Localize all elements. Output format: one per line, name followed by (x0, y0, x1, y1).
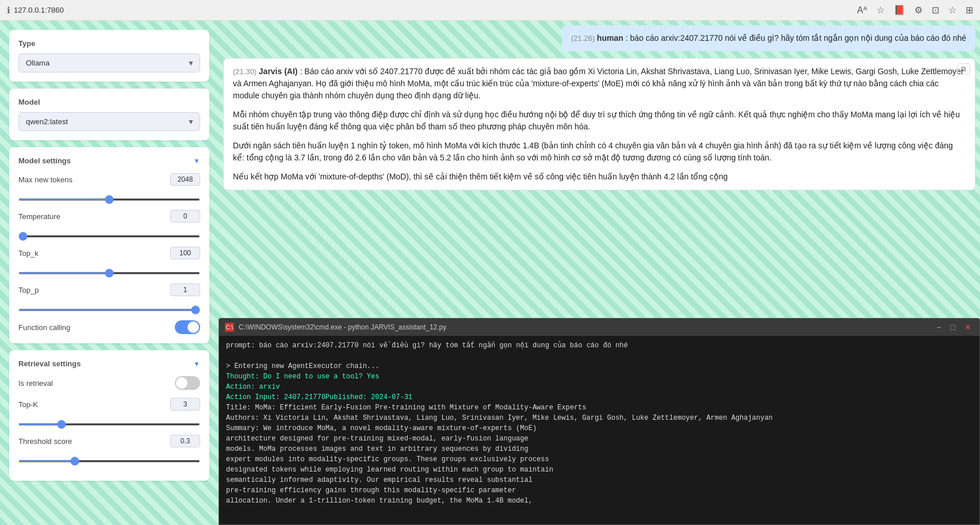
max-tokens-row: Max new tokens 2048 (18, 173, 200, 186)
retrieval-top-k-label: Top-K (18, 400, 38, 409)
is-retrieval-label: Is retrieval (18, 379, 53, 388)
retrieval-settings-header: Retrieval settings ▼ (18, 359, 200, 368)
terminal-line-summary4: expert modules into modality-specific gr… (226, 454, 973, 465)
type-select[interactable]: Ollama (18, 53, 200, 72)
top-p-label: Top_p (18, 286, 39, 294)
top-k-slider-container (18, 266, 200, 277)
user-message-time: (21.26) (571, 34, 597, 43)
terminal-line-action: Action: arxiv (226, 382, 973, 392)
ai-sender: Jarvis (AI) (259, 67, 298, 76)
is-retrieval-toggle[interactable] (175, 376, 200, 390)
threshold-score-label: Threshold score (18, 437, 72, 446)
terminal-line-thought: Thought: Do I need to use a tool? Yes (226, 371, 973, 382)
max-tokens-label: Max new tokens (18, 175, 72, 184)
terminal-content: prompt: báo cáo arxiv:2407.21770 nói về … (219, 336, 979, 524)
sidebar: Type Ollama ▼ Model qwen2:latest ▼ Model… (0, 21, 219, 525)
top-k-slider[interactable] (18, 272, 200, 274)
threshold-score-slider-container (18, 454, 200, 465)
temperature-label: Temperature (18, 212, 60, 221)
browser-info: ℹ 127.0.0.1:7860 (7, 5, 64, 16)
temperature-slider[interactable] (18, 235, 200, 237)
function-calling-row: Function calling (18, 320, 200, 334)
terminal-line-action-input: Action Input: 2407.21770Published: 2024-… (226, 392, 973, 403)
model-select[interactable]: qwen2:latest (18, 112, 200, 131)
terminal-line-summary5: designated tokens while employing learne… (226, 465, 973, 475)
terminal-line-blank (226, 351, 973, 361)
model-dropdown-wrapper[interactable]: qwen2:latest ▼ (18, 112, 200, 131)
top-p-slider-container (18, 303, 200, 313)
retrieval-top-k-slider[interactable] (18, 423, 200, 426)
function-calling-label: Function calling (18, 323, 70, 332)
threshold-score-slider[interactable] (18, 460, 200, 462)
terminal-title: C:\WINDOWS\system32\cmd.exe - python JAR… (239, 323, 929, 331)
terminal-line-summary3: models. MoMa processes images and text i… (226, 444, 973, 454)
extensions-icon[interactable]: ⊞ (966, 5, 973, 16)
type-label: Type (18, 39, 200, 48)
terminal-window: C:\ C:\WINDOWS\system32\cmd.exe - python… (219, 318, 980, 525)
terminal-line-summary6: semantically informed adaptivity. Our em… (226, 475, 973, 485)
temperature-value: 0 (170, 210, 200, 223)
terminal-controls: − □ ✕ (934, 321, 974, 333)
model-settings-label: Model settings (18, 156, 71, 165)
type-dropdown-wrapper[interactable]: Ollama ▼ (18, 53, 200, 72)
user-sender: human (597, 33, 623, 43)
model-section: Model qwen2:latest ▼ (9, 89, 209, 140)
settings-icon[interactable]: ⚙ (914, 5, 922, 16)
threshold-score-value: 0.3 (170, 435, 200, 447)
retrieval-top-k-row: Top-K 3 (18, 398, 200, 411)
top-k-row: Top_k 100 (18, 247, 200, 259)
max-tokens-slider-container (18, 193, 200, 203)
browser-bar: ℹ 127.0.0.1:7860 Aᴬ ☆ 📕 ⚙ ⊡ ☆ ⊞ (0, 0, 980, 21)
browser-icons: Aᴬ ☆ 📕 ⚙ ⊡ ☆ ⊞ (857, 5, 973, 16)
model-settings-section: Model settings ▼ Max new tokens 2048 Tem… (9, 147, 209, 343)
top-k-label: Top_k (18, 249, 39, 258)
top-p-slider[interactable] (18, 309, 200, 311)
terminal-line-prompt: prompt: báo cáo arxiv:2407.21770 nói về … (226, 340, 973, 351)
user-message-text: : báo cáo arxiv:2407.21770 nói về điều g… (626, 33, 966, 43)
terminal-titlebar: C:\ C:\WINDOWS\system32\cmd.exe - python… (219, 319, 979, 336)
model-label: Model (18, 98, 200, 106)
ai-message-time: (21.30) (233, 67, 259, 76)
terminal-line-summary7: pre-training efficiency gains through th… (226, 485, 973, 496)
function-calling-toggle[interactable] (175, 320, 200, 334)
temperature-slider-container (18, 229, 200, 240)
ai-message-header: (21.30) Jarvis (AI): Báo cáo arxiv với s… (233, 66, 966, 102)
is-retrieval-row: Is retrieval (18, 376, 200, 390)
translate-icon[interactable]: Aᴬ (857, 5, 867, 16)
terminal-line-summary8: allocation. Under a 1-trillion-token tra… (226, 496, 973, 506)
terminal-maximize[interactable]: □ (948, 321, 958, 333)
terminal-line-summary2: architecture designed for pre-training m… (226, 434, 973, 444)
terminal-line-title: Title: MoMa: Efficient Early-Fusion Pre-… (226, 403, 973, 413)
model-settings-collapse[interactable]: ▼ (193, 157, 200, 165)
ai-message-para2: Mỗi nhóm chuyên tập trung vào thông điệp… (233, 109, 966, 133)
retrieval-settings-label: Retrieval settings (18, 359, 81, 368)
threshold-score-row: Threshold score 0.3 (18, 435, 200, 447)
top-k-value: 100 (170, 247, 200, 259)
terminal-icon: C:\ (225, 323, 234, 332)
ai-message-para4: Nếu kết hợp MoMa với 'mixture-of-depths'… (233, 171, 966, 183)
top-p-row: Top_p 1 (18, 283, 200, 296)
split-icon[interactable]: ⊡ (932, 5, 939, 16)
copy-button[interactable]: ⧉ (957, 63, 970, 75)
star-icon[interactable]: ☆ (948, 5, 956, 16)
terminal-close[interactable]: ✕ (962, 321, 974, 333)
user-message: (21.26) human: báo cáo arxiv:2407.21770 … (562, 25, 975, 51)
ai-message-para3: Dưới ngân sách tiên huấn luyện 1 nghìn t… (233, 140, 966, 164)
bookmark-icon[interactable]: ☆ (876, 5, 885, 16)
ai-message-intro: : Báo cáo arxiv với số 2407.21770 được đ… (233, 67, 963, 100)
terminal-line-authors: Authors: Xi Victoria Lin, Akshat Shrivas… (226, 413, 973, 423)
retrieval-top-k-slider-container (18, 417, 200, 428)
terminal-minimize[interactable]: − (934, 321, 943, 333)
max-tokens-slider[interactable] (18, 198, 200, 201)
browser-url: 127.0.0.1:7860 (14, 6, 64, 14)
temperature-row: Temperature 0 (18, 210, 200, 223)
main-content: Type Ollama ▼ Model qwen2:latest ▼ Model… (0, 21, 980, 525)
max-tokens-value: 2048 (170, 173, 200, 186)
terminal-line-summary1: Summary: We introduce MoMa, a novel moda… (226, 423, 973, 434)
retrieval-settings-section: Retrieval settings ▼ Is retrieval Top-K … (9, 350, 209, 481)
type-section: Type Ollama ▼ (9, 30, 209, 82)
retrieval-settings-collapse[interactable]: ▼ (193, 360, 200, 368)
reading-icon[interactable]: 📕 (894, 5, 905, 16)
info-icon: ℹ (7, 5, 10, 16)
retrieval-top-k-value: 3 (170, 398, 200, 411)
